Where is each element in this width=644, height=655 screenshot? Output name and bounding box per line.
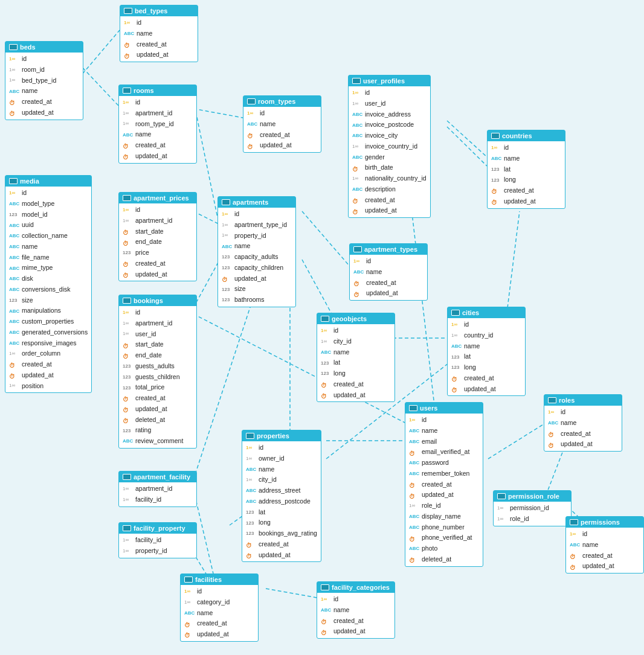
table-grid-icon <box>123 88 131 94</box>
clock-icon: ⏱ <box>9 109 20 116</box>
clock-icon: ⏱ <box>246 552 257 558</box>
field-label: updated_at <box>135 270 167 280</box>
field-label: long <box>464 363 476 372</box>
field-label: category_id <box>197 598 230 607</box>
clock-icon: ⏱ <box>353 290 364 297</box>
table-apartment_types: apartment_types1∞idABCname⏱created_at⏱up… <box>349 243 428 301</box>
field-label: name <box>582 540 598 550</box>
table-title-facility_categories: facility_categories <box>332 584 390 591</box>
table-row: ABCname <box>405 426 483 436</box>
clock-icon: ⏱ <box>451 386 462 392</box>
table-title-room_types: room_types <box>258 98 295 105</box>
table-row: ⏱updated_at <box>544 439 622 450</box>
clock-icon: ⏱ <box>491 187 502 194</box>
field-label: invoice_address <box>365 110 411 120</box>
field-label: order_column <box>22 349 60 359</box>
table-header-bookings: bookings <box>119 295 196 306</box>
clock-icon: ⏱ <box>123 260 134 267</box>
table-row: 1∞id <box>119 205 196 216</box>
field-label: end_date <box>135 351 162 360</box>
table-row: ABCcustom_properties <box>5 316 91 327</box>
pk-badge: 1∞ <box>222 211 233 218</box>
table-row: ABCphoto <box>405 543 483 554</box>
table-body-apartment_facility: 1∞apartment_id1∞facility_id <box>119 482 196 506</box>
field-label: user_id <box>135 330 156 339</box>
field-label: end_date <box>135 237 162 247</box>
num-icon: 123 <box>451 354 462 360</box>
abc-icon: ABC <box>246 466 257 473</box>
clock-icon: ⏱ <box>123 239 134 246</box>
table-row: ⏱created_at <box>119 258 196 269</box>
num-icon: 123 <box>123 363 134 369</box>
clock-icon: ⏱ <box>123 342 134 348</box>
table-body-users: 1∞idABCnameABCemail⏱email_verified_atABC… <box>405 414 483 566</box>
field-label: invoice_country_id <box>365 142 417 152</box>
table-row: ABCname <box>566 540 643 551</box>
field-label: bathrooms <box>234 295 265 305</box>
table-apartment_facility: apartment_facility1∞apartment_id1∞facili… <box>118 471 197 507</box>
pk-badge: 1∞ <box>321 327 332 334</box>
table-users: users1∞idABCnameABCemail⏱email_verified_… <box>405 402 483 567</box>
table-title-apartment_prices: apartment_prices <box>134 194 189 202</box>
clock-icon: ⏱ <box>123 395 134 401</box>
table-row: 1∞id <box>181 586 258 597</box>
field-label: updated_at <box>333 391 365 400</box>
table-row: ⏱created_at <box>317 379 394 390</box>
table-header-bed_types: bed_types <box>120 5 198 16</box>
abc-icon: ABC <box>9 308 20 315</box>
field-label: name <box>504 154 520 164</box>
field-label: birth_date <box>365 163 393 173</box>
table-row: ⏱updated_at <box>350 288 427 299</box>
table-grid-icon <box>246 433 254 439</box>
field-label: id <box>22 54 27 64</box>
field-label: lat <box>259 508 265 517</box>
table-header-countries: countries <box>488 130 565 141</box>
table-row: ⏱created_at <box>242 539 321 550</box>
table-title-bed_types: bed_types <box>135 7 167 14</box>
table-grid-icon <box>124 8 132 14</box>
field-label: password <box>422 458 449 468</box>
field-label: capacity_adults <box>234 252 278 262</box>
clock-icon: ⏱ <box>321 381 332 388</box>
field-label: display_name <box>422 512 461 522</box>
table-title-facilities: facilities <box>195 576 222 583</box>
clock-icon: ⏱ <box>353 280 364 286</box>
table-row: ⏱updated_at <box>119 269 196 280</box>
table-geoobjects: geoobjects1∞id1∞city_idABCname123lat123l… <box>317 313 395 402</box>
table-title-beds: beds <box>20 43 36 51</box>
table-body-rooms: 1∞id1∞apartment_id1∞room_type_idABCname⏱… <box>119 96 196 163</box>
table-media: media1∞idABCmodel_type123model_idABCuuid… <box>5 175 92 393</box>
field-label: created_at <box>260 130 290 140</box>
table-row: ABCname <box>243 119 321 130</box>
fk-badge: 1∞ <box>123 548 134 555</box>
abc-icon: ABC <box>123 132 134 138</box>
abc-icon: ABC <box>451 343 462 350</box>
table-title-permissions: permissions <box>581 519 620 526</box>
table-row: 123size <box>5 295 91 306</box>
field-label: created_at <box>365 196 395 205</box>
table-body-apartment_prices: 1∞id1∞apartment_id⏱start_date⏱end_date12… <box>119 203 196 281</box>
table-header-apartment_prices: apartment_prices <box>119 193 196 203</box>
abc-icon: ABC <box>409 438 420 445</box>
table-row: ⏱updated_at <box>119 404 196 415</box>
field-label: created_at <box>422 480 452 490</box>
field-label: apartment_id <box>135 484 172 494</box>
field-label: size <box>234 284 246 294</box>
svg-line-4 <box>193 211 217 223</box>
table-row: ABCname <box>119 129 196 140</box>
table-grid-icon <box>123 298 131 304</box>
table-header-room_types: room_types <box>243 96 321 107</box>
abc-icon: ABC <box>9 88 20 95</box>
abc-icon: ABC <box>9 265 20 272</box>
table-row: 1∞property_id <box>218 231 295 241</box>
field-label: generated_conversions <box>22 328 88 337</box>
table-grid-icon <box>352 78 361 84</box>
table-row: 123size <box>218 284 295 295</box>
num-icon: 123 <box>123 427 134 434</box>
field-label: id <box>333 595 338 604</box>
table-row: 123long <box>488 174 565 185</box>
field-label: long <box>333 369 346 379</box>
abc-icon: ABC <box>570 542 581 548</box>
table-apartments: apartments1∞id1∞apartment_type_id1∞prope… <box>217 196 296 307</box>
table-body-user_profiles: 1∞id1∞user_idABCinvoice_addressABCinvoic… <box>349 86 430 217</box>
